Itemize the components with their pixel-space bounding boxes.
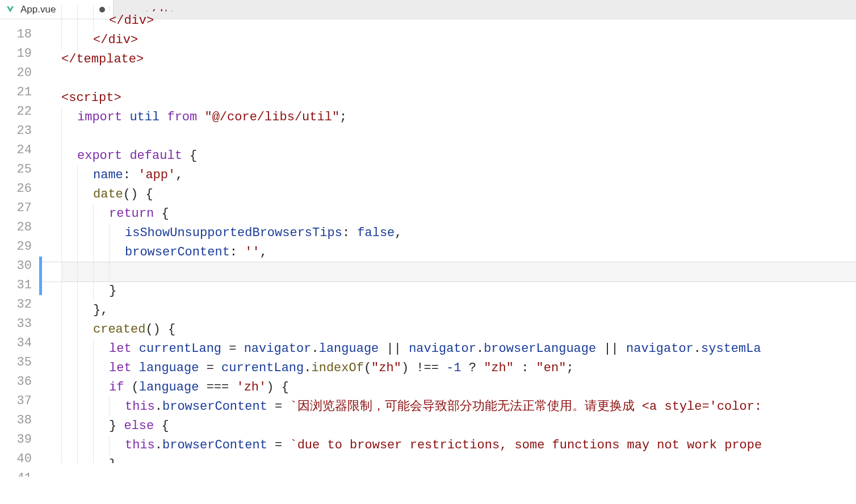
code-area[interactable]: </dt></div></div></template><script>impo… [42,19,856,504]
code-line[interactable]: export default { [61,146,856,166]
code-text: browserContent: '', [61,245,267,259]
line-number: 29 [0,237,32,257]
code-line[interactable]: this.browserContent = `due to browser re… [61,436,856,455]
line-number: 40 [0,450,32,469]
code-text: } [61,457,116,463]
code-text: if (language === 'zh') { [61,380,289,394]
line-number: 24 [0,141,32,160]
code-line[interactable]: let currentLang = navigator.language || … [61,339,856,359]
code-text: created() { [61,322,175,337]
line-number: 28 [0,218,32,237]
code-line[interactable]: }, [61,301,856,320]
code-line[interactable]: } else { [61,417,856,436]
code-line[interactable]: if (language === 'zh') { [61,378,856,397]
line-number: 25 [0,160,32,179]
line-number: 33 [0,314,32,334]
code-text: import util from "@/core/libs/util"; [61,110,347,124]
line-number: 21 [0,83,32,102]
code-line[interactable]: name: 'app', [61,166,856,185]
code-text: isShowUnsupportedBrowsersTips: false, [61,226,402,240]
tab-filename: App.vue [20,4,56,15]
line-number: 35 [0,353,32,372]
code-line[interactable]: </div> [61,11,856,31]
code-editor[interactable]: 1819202122232425262728293031323334353637… [0,19,856,504]
code-line[interactable]: let language = currentLang.indexOf("zh")… [61,359,856,378]
code-line[interactable]: isShowUnsupportedBrowsersTips: false, [61,224,856,243]
code-text: <script> [61,91,121,105]
line-number: 20 [0,64,32,83]
vue-file-icon [6,5,15,14]
code-text: export default { [61,149,197,163]
code-line[interactable]: created() { [61,320,856,339]
line-number: 41 [0,469,32,477]
code-text: } [61,284,116,298]
code-line[interactable] [61,262,856,282]
line-number [0,19,32,25]
code-line[interactable]: } [61,455,856,463]
code-line[interactable]: } [61,282,856,301]
line-number: 18 [0,25,32,44]
line-number-gutter: 1819202122232425262728293031323334353637… [0,19,42,504]
code-line[interactable]: date() { [61,185,856,204]
line-number: 39 [0,430,32,450]
code-line[interactable]: </div> [61,31,856,50]
code-text: name: 'app', [61,168,183,182]
line-number: 23 [0,121,32,141]
code-line[interactable] [61,127,856,146]
code-line[interactable]: </template> [61,50,856,69]
code-line[interactable] [61,69,856,89]
line-number: 30 [0,257,32,276]
code-line[interactable]: <script> [61,89,856,108]
code-text [61,129,77,144]
code-text: </template> [61,52,144,66]
line-number: 27 [0,199,32,218]
line-number: 38 [0,411,32,430]
line-number: 26 [0,179,32,199]
code-line[interactable]: this.browserContent = `因浏览器限制，可能会导致部分功能无… [61,397,856,417]
code-text: date() { [61,187,153,201]
code-text: </div> [61,33,138,47]
line-number: 22 [0,102,32,121]
code-line[interactable]: return { [61,204,856,224]
line-number: 31 [0,276,32,295]
code-line[interactable]: </dt> [61,6,856,11]
line-number: 19 [0,44,32,64]
line-number: 37 [0,392,32,411]
code-text: }, [61,303,108,317]
code-line[interactable]: import util from "@/core/libs/util"; [61,108,856,127]
code-text: </div> [61,14,154,28]
code-text: this.browserContent = `因浏览器限制，可能会导致部分功能无… [61,400,762,414]
code-text: this.browserContent = `due to browser re… [61,438,762,452]
line-number: 36 [0,372,32,392]
code-line[interactable]: browserContent: '', [61,243,856,262]
code-text: let language = currentLang.indexOf("zh")… [61,361,574,375]
line-number: 34 [0,334,32,353]
line-number: 32 [0,295,32,314]
code-text: let currentLang = navigator.language || … [61,342,761,356]
